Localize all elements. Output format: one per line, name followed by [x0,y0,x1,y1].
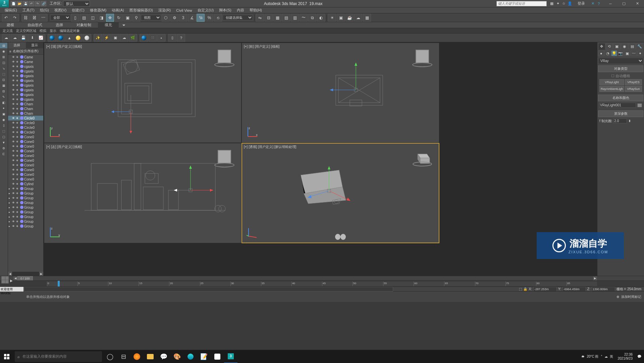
visibility-icon[interactable]: 👁 [12,225,15,228]
viewport-front[interactable]: [+] [前] [用户定义] [线框] [242,43,439,143]
workspace-select[interactable]: 默认 [63,1,90,7]
ribbon-tab-freeform[interactable]: 自由形式 [21,22,49,28]
scene-item[interactable]: ▸👁❄Group [8,214,43,219]
visibility-icon[interactable]: 👁 [12,107,15,110]
photo-icon[interactable]: ▣ [111,34,119,42]
grid-icon[interactable]: ∷ [149,34,157,42]
scene-item[interactable]: 👁❄cgaxis [8,92,43,97]
3dsmax-task-icon[interactable]: 3 [224,350,237,363]
ime-icon[interactable]: 英 [610,354,613,359]
layer-icon[interactable]: ▦ [273,14,281,22]
new-icon[interactable]: 📄 [11,1,16,6]
login-link[interactable]: 登录 [575,1,588,6]
expand-icon[interactable]: ▸ [9,187,11,190]
close-button[interactable]: ✕ [631,0,644,7]
freeze-icon[interactable]: ❄ [16,145,19,148]
filter6-tool-icon[interactable]: ⬚ [0,128,7,134]
shapes-cat-icon[interactable]: ◔ [604,50,610,56]
menu-graph-editors[interactable]: 图形编辑器(D) [127,8,155,13]
visibility-icon[interactable]: 👁 [12,206,15,209]
scene-tab-select[interactable]: 选择 [8,42,26,48]
freeze-icon[interactable]: ❄ [16,60,19,63]
place-icon[interactable]: ⚲ [132,14,140,22]
expand-icon[interactable]: ▸ [9,211,11,214]
sphere-icon[interactable] [140,34,148,42]
scene-sort-header[interactable]: ≡ 名称(按升序排序) [8,48,43,55]
display-tool-icon[interactable]: ◉ [0,49,7,54]
viewport-layout-icon[interactable] [1,276,9,283]
freeze-icon[interactable]: ❄ [16,89,19,92]
favorites-icon[interactable]: ✦ [555,1,560,6]
scene-item[interactable]: 👁❄Cham [8,106,43,111]
filter1-tool-icon[interactable]: ◧ [0,100,7,105]
scene-item[interactable]: 👁❄Cone0 [8,144,43,149]
menu-modifiers[interactable]: 修改器(M) [88,8,109,13]
expand-icon[interactable]: ▸ [9,201,11,204]
freeze-icon[interactable]: ❄ [16,131,19,134]
render-setup-icon[interactable]: ☀ [328,14,336,22]
visibility-icon[interactable]: 👁 [12,140,15,143]
color-swatch[interactable] [637,103,642,107]
create-panel-tab[interactable]: ✥ [598,43,605,50]
scene-item[interactable]: 👁❄Circle0 [8,130,43,135]
visibility-icon[interactable]: 👁 [12,168,15,171]
visibility-icon[interactable]: 👁 [12,136,15,139]
selection-filter-select[interactable]: 全部 [50,15,70,20]
freeze-icon[interactable]: ❄ [16,74,19,77]
scene-item[interactable]: 👁❄Cone0 [8,167,43,172]
visibility-icon[interactable]: 👁 [12,131,15,134]
object-name-input[interactable] [599,103,636,108]
scene-scroll[interactable]: ◀ ▶ [8,272,43,276]
scene-item[interactable]: ▸👁❄Group [8,186,43,191]
prop-tool-icon[interactable]: ⊟ [0,89,7,94]
cloud-icon[interactable]: ☁ [2,34,10,42]
visibility-icon[interactable]: 👁 [12,103,15,106]
select-rotate-icon[interactable]: ↻ [115,14,123,22]
percent-snap-icon[interactable]: %̷ [197,14,205,22]
ribbon-tab-modeling[interactable]: 建模 [0,22,21,28]
palette-icon[interactable]: 🎨 [170,350,184,363]
freeze-icon[interactable]: ❄ [16,187,19,190]
freeze-icon[interactable]: ❄ [16,121,19,124]
scene-item[interactable]: ▸👁❄Group [8,205,43,210]
exchange-icon[interactable]: ☆ [561,1,566,6]
scene-item[interactable]: 👁❄Cone0 [8,163,43,167]
arrow-tool-icon[interactable]: ↘ [0,66,7,71]
scene-item[interactable]: ▸👁❄Group [8,224,43,228]
scene-tab-display[interactable]: 显示 [26,42,44,48]
scene-item[interactable]: 👁❄cgaxis [8,97,43,102]
visibility-icon[interactable]: 👁 [12,121,15,124]
hierarchy-tool-icon[interactable]: ⊞ [0,54,7,60]
geometry-cat-icon[interactable]: ● [598,50,604,56]
tray-chevron-icon[interactable]: ˄ [601,355,602,358]
scene-item[interactable]: 👁❄cgaxis [8,69,43,73]
freeze-icon[interactable]: ❄ [16,150,19,153]
menu-scripts[interactable]: 脚本(S) [217,8,233,13]
viewport-top[interactable]: [+] [顶] [用户定义] [线框] [44,43,241,143]
visibility-icon[interactable]: 👁 [12,183,15,186]
expand-icon[interactable]: ▸ [9,206,11,209]
scene-item[interactable]: ▸👁❄Group [8,200,43,205]
align-icon[interactable]: ⊟ [265,14,273,22]
schematic-icon[interactable]: ⧉ [308,14,316,22]
visibility-icon[interactable]: 👁 [12,65,15,68]
scene-item[interactable]: 👁❄Cone0 [8,153,43,158]
scene-item[interactable]: 👁❄Cone0 [8,158,43,163]
filter2-tool-icon[interactable]: ✦ [0,106,7,111]
firefox-icon[interactable] [130,350,144,363]
vraysun-button[interactable]: VRaySun [625,86,642,92]
funnel-tool-icon[interactable]: ▼ [0,140,7,145]
rect-select-icon[interactable]: ◫ [89,14,97,22]
freeze-icon[interactable]: ❄ [16,201,19,204]
app1-icon[interactable] [211,350,224,363]
vrayies-button[interactable]: VRayIES [625,79,642,85]
scene-item[interactable]: 👁❄Cham [8,111,43,116]
viewport-label[interactable]: [+] [左] [用户定义] [线框] [46,145,82,149]
reference-coord-select[interactable]: 视图 [141,15,161,20]
bind-spacewarp-icon[interactable]: 〰 [39,14,47,22]
select-by-name-icon[interactable]: ▤ [80,14,88,22]
freeze-icon[interactable]: ❄ [16,107,19,110]
freeze-icon[interactable]: ❄ [16,70,19,73]
notifications-icon[interactable]: 💬 [637,355,641,358]
menu-edit[interactable]: 编辑(E) [3,8,19,13]
